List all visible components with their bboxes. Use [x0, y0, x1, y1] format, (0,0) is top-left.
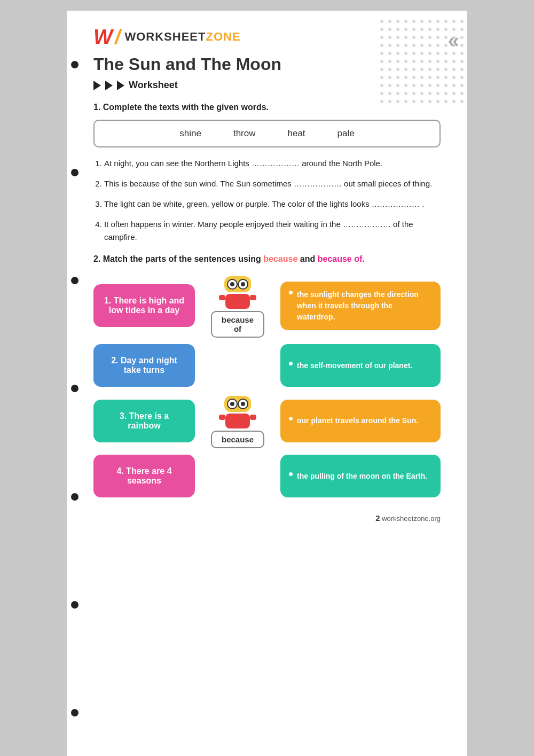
right-box-1: the sunlight changes the direction when …: [280, 282, 441, 330]
chevron-decoration: «: [448, 29, 459, 52]
list-item: This is because of the sun wind. The Sun…: [104, 177, 441, 190]
svg-point-133: [241, 402, 245, 406]
right-content-1: the sunlight changes the direction when …: [289, 289, 432, 323]
logo-w: W: [93, 27, 113, 47]
site-name: worksheetzone.org: [382, 515, 441, 523]
right-text-2: the self-movement of our planet.: [297, 360, 412, 371]
bullet-2: [289, 362, 293, 365]
left-box-2: 2. Day and night take turns: [93, 344, 195, 387]
right-box-3: our planet travels around the Sun.: [280, 400, 441, 442]
middle-area-1: becauseof: [195, 274, 280, 338]
robot-icon-2: [219, 393, 256, 431]
middle-area-3: because: [195, 393, 280, 448]
match-container: 1. There is high and low tides in a day: [93, 274, 441, 497]
section2-title-start: 2. Match the parts of the sentences usin…: [93, 254, 263, 263]
section1: 1. Complete the texts with the given wor…: [93, 103, 441, 244]
right-box-2: the self-movement of our planet.: [280, 344, 441, 387]
word-pale: pale: [337, 128, 355, 139]
and-label: and: [297, 254, 317, 263]
right-content-2: the self-movement of our planet.: [289, 360, 412, 371]
svg-rect-134: [225, 414, 250, 428]
right-text-3: our planet travels around the Sun.: [297, 415, 418, 426]
section1-list: At night, you can see the Northern Light…: [93, 157, 441, 244]
right-text-1: the sunlight changes the direction when …: [297, 289, 432, 323]
left-text-4: 4. There are 4 seasons: [102, 466, 186, 486]
list-item: At night, you can see the Northern Light…: [104, 157, 441, 170]
left-box-3: 3. There is a rainbow: [93, 400, 195, 442]
logo-zone: ZONE: [206, 30, 240, 43]
match-row-2: 2. Day and night take turns the self-mov…: [93, 344, 441, 387]
right-content-3: our planet travels around the Sun.: [289, 415, 418, 426]
logo-slash: /: [115, 27, 121, 47]
right-content-4: the pulling of the moon on the Earth.: [289, 471, 427, 482]
footer: 2 worksheetzone.org: [93, 513, 441, 523]
triangle-icon-2: [105, 81, 113, 90]
because-box-3: because: [211, 431, 264, 448]
triangle-icon-1: [93, 81, 101, 90]
robot-icon-1: [219, 274, 256, 311]
worksheet-page: // dots pattern rendered via SVG script …: [67, 11, 467, 756]
logo-text: WORKSHEETZONE: [124, 30, 240, 44]
triangle-icon-3: [117, 81, 124, 90]
svg-point-123: [230, 282, 234, 286]
list-item: It often happens in winter. Many people …: [104, 218, 441, 244]
left-side-dots: [71, 11, 78, 756]
because-of-label: because of.: [318, 254, 365, 263]
svg-rect-136: [250, 415, 256, 420]
because-of-box-1: becauseof: [211, 311, 264, 338]
dots-decoration: // dots pattern rendered via SVG script …: [371, 11, 467, 107]
section2: 2. Match the parts of the sentences usin…: [93, 254, 441, 497]
because-label: because: [263, 254, 297, 263]
svg-rect-135: [219, 415, 225, 420]
svg-point-131: [230, 402, 234, 406]
left-text-3: 3. There is a rainbow: [102, 411, 186, 431]
left-box-1: 1. There is high and low tides in a day: [93, 284, 195, 327]
bullet-4: [289, 472, 293, 476]
bullet-1: [289, 291, 293, 294]
svg-point-125: [241, 282, 245, 286]
worksheet-text: Worksheet: [129, 80, 178, 91]
word-shine: shine: [179, 128, 201, 139]
match-row-1: 1. There is high and low tides in a day: [93, 274, 441, 338]
left-text-2: 2. Day and night take turns: [102, 356, 186, 375]
match-row-4: 4. There are 4 seasons the pulling of th…: [93, 455, 441, 497]
section2-title: 2. Match the parts of the sentences usin…: [93, 254, 441, 264]
svg-rect-127: [219, 295, 225, 300]
page-number: 2: [375, 513, 380, 523]
svg-rect-128: [250, 295, 256, 300]
list-item: The light can be white, green, yellow or…: [104, 198, 441, 211]
word-heat: heat: [287, 128, 305, 139]
match-row-3: 3. There is a rainbow: [93, 393, 441, 448]
left-box-4: 4. There are 4 seasons: [93, 455, 195, 497]
word-box: shine throw heat pale: [93, 120, 441, 147]
left-text-1: 1. There is high and low tides in a day: [102, 296, 186, 315]
svg-rect-126: [225, 294, 250, 309]
right-box-4: the pulling of the moon on the Earth.: [280, 455, 441, 497]
right-text-4: the pulling of the moon on the Earth.: [297, 471, 427, 482]
word-throw: throw: [233, 128, 256, 139]
bullet-3: [289, 417, 293, 420]
logo-worksheet: WORKSHEET: [124, 30, 206, 43]
